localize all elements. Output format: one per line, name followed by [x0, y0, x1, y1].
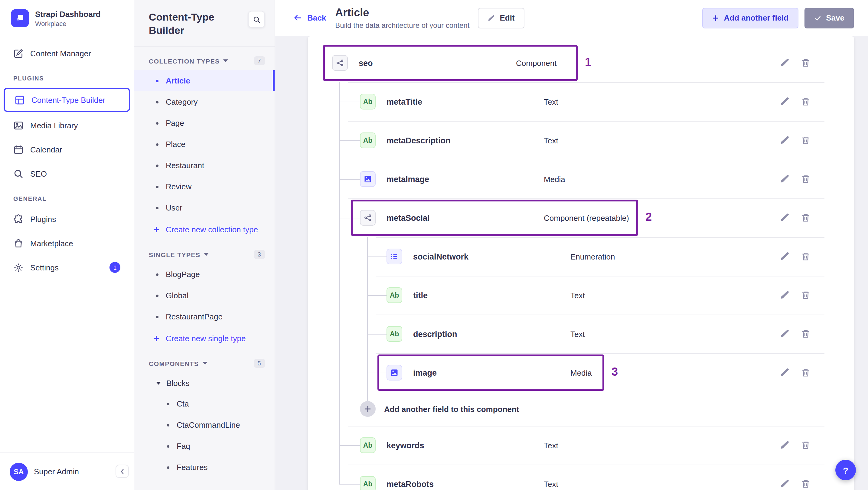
- avatar[interactable]: SA: [10, 462, 28, 481]
- row-divider: [376, 353, 825, 354]
- sidebar-item-media-library[interactable]: Media Library: [0, 113, 134, 137]
- delete-field-button[interactable]: [801, 135, 812, 146]
- search-button[interactable]: [248, 11, 265, 28]
- single-type-blogpage[interactable]: BlogPage: [134, 264, 275, 285]
- create-single-type-link[interactable]: Create new single type: [134, 327, 275, 349]
- field-row-socialnetwork: socialNetwork Enumeration: [308, 237, 854, 276]
- sidebar-item-seo[interactable]: SEO: [0, 161, 134, 186]
- collection-type-article[interactable]: Article: [134, 70, 275, 91]
- fields-card: seo Component Ab metaTitle Text: [308, 36, 854, 490]
- field-name: image: [413, 368, 570, 377]
- collection-type-review[interactable]: Review: [134, 176, 275, 197]
- strapi-dashboard: Strapi Dashboard Workplace Content Manag…: [0, 0, 868, 490]
- edit-field-button[interactable]: [780, 96, 790, 107]
- field-row-metadescription: Ab metaDescription Text: [308, 121, 854, 160]
- collection-type-user[interactable]: User: [134, 197, 275, 218]
- sidebar-item-marketplace[interactable]: Marketplace: [0, 231, 134, 255]
- single-type-restaurantpage[interactable]: RestaurantPage: [134, 306, 275, 327]
- user-name: Super Admin: [34, 467, 79, 476]
- component-features[interactable]: Features: [134, 457, 275, 478]
- component-ctacommandline[interactable]: CtaCommandLine: [134, 415, 275, 435]
- back-label: Back: [307, 13, 326, 22]
- delete-field-button[interactable]: [801, 212, 812, 223]
- edit-field-button[interactable]: [780, 290, 790, 301]
- edit-button[interactable]: Edit: [478, 7, 524, 28]
- field-row-description: Ab description Text: [308, 314, 854, 353]
- components-header[interactable]: COMPONENTS 5: [134, 349, 275, 373]
- edit-field-button[interactable]: [780, 251, 790, 262]
- back-button[interactable]: Back: [293, 13, 326, 22]
- edit-field-button[interactable]: [780, 367, 790, 378]
- delete-field-button[interactable]: [801, 479, 812, 489]
- edit-field-button[interactable]: [780, 58, 790, 68]
- sidebar-item-content-manager[interactable]: Content Manager: [0, 41, 134, 65]
- component-faq[interactable]: Faq: [134, 435, 275, 457]
- add-another-field-button[interactable]: Add another field: [702, 7, 798, 28]
- sidebar-item-content-type-builder[interactable]: Content-Type Builder: [4, 88, 130, 112]
- field-name: keywords: [386, 441, 544, 450]
- collection-type-label: Category: [166, 97, 198, 106]
- page-title: Article: [335, 6, 469, 19]
- edit-field-button[interactable]: [780, 174, 790, 184]
- sidebar-item-plugins[interactable]: Plugins: [0, 207, 134, 231]
- user-bar: SA Super Admin: [0, 453, 134, 490]
- edit-field-button[interactable]: [780, 479, 790, 489]
- collapse-sidebar-button[interactable]: [116, 465, 129, 478]
- collection-type-place[interactable]: Place: [134, 134, 275, 155]
- delete-field-button[interactable]: [801, 96, 812, 107]
- sidebar-item-calendar[interactable]: Calendar: [0, 137, 134, 161]
- component-cta[interactable]: Cta: [134, 393, 275, 415]
- edit-field-button[interactable]: [780, 135, 790, 146]
- edit-field-button[interactable]: [780, 212, 790, 223]
- field-name: title: [413, 291, 570, 300]
- text-field-icon: Ab: [360, 132, 376, 148]
- single-type-global[interactable]: Global: [134, 285, 275, 306]
- content-area: seo Component Ab metaTitle Text: [275, 36, 868, 490]
- help-button[interactable]: ?: [835, 460, 856, 480]
- sidebar-item-label: Plugins: [30, 214, 56, 223]
- collection-type-restaurant[interactable]: Restaurant: [134, 155, 275, 176]
- edit-field-button[interactable]: [780, 440, 790, 451]
- field-type: Component (repeatable): [544, 213, 629, 222]
- delete-field-button[interactable]: [801, 329, 812, 339]
- sidebar-item-label: SEO: [30, 169, 47, 178]
- bullet-icon: [156, 80, 158, 82]
- collection-type-label: Page: [166, 119, 184, 128]
- edit-field-button[interactable]: [780, 329, 790, 339]
- picture-icon: [13, 120, 24, 130]
- collection-type-page[interactable]: Page: [134, 113, 275, 134]
- delete-field-button[interactable]: [801, 440, 812, 451]
- add-component-field-row[interactable]: Add another field to this component: [308, 392, 854, 426]
- shopping-bag-icon: [13, 238, 24, 248]
- sidebar-item-label: Content-Type Builder: [31, 95, 105, 104]
- bullet-icon: [167, 424, 169, 426]
- gear-icon: [13, 262, 24, 273]
- delete-field-button[interactable]: [801, 174, 812, 184]
- field-row-image: image Media: [308, 353, 854, 392]
- delete-field-button[interactable]: [801, 251, 812, 262]
- delete-field-button[interactable]: [801, 290, 812, 301]
- sidebar-item-settings[interactable]: Settings 1: [0, 255, 134, 279]
- bullet-icon: [156, 185, 158, 188]
- field-row-metatitle: Ab metaTitle Text: [308, 82, 854, 121]
- sidebar-item-label: Content Manager: [30, 49, 91, 58]
- row-divider: [348, 465, 825, 465]
- components-count: 5: [254, 359, 265, 368]
- page-subtitle: Build the data architecture of your cont…: [335, 21, 469, 29]
- component-category-blocks[interactable]: Blocks: [134, 373, 275, 393]
- create-collection-type-link[interactable]: Create new collection type: [134, 218, 275, 240]
- collection-type-category[interactable]: Category: [134, 91, 275, 113]
- bullet-icon: [156, 315, 158, 318]
- plus-circle-icon[interactable]: [360, 401, 376, 417]
- save-button[interactable]: Save: [804, 7, 854, 28]
- group-label: SINGLE TYPES: [149, 251, 200, 258]
- collection-types-header[interactable]: COLLECTION TYPES 7: [134, 47, 275, 70]
- plugins-section-label: PLUGINS: [0, 65, 134, 87]
- collection-type-label: Review: [166, 182, 191, 191]
- single-types-header[interactable]: SINGLE TYPES 3: [134, 240, 275, 264]
- delete-field-button[interactable]: [801, 58, 812, 68]
- delete-field-button[interactable]: [801, 367, 812, 378]
- bullet-icon: [156, 101, 158, 103]
- bullet-icon: [156, 294, 158, 297]
- text-field-icon: Ab: [386, 287, 402, 303]
